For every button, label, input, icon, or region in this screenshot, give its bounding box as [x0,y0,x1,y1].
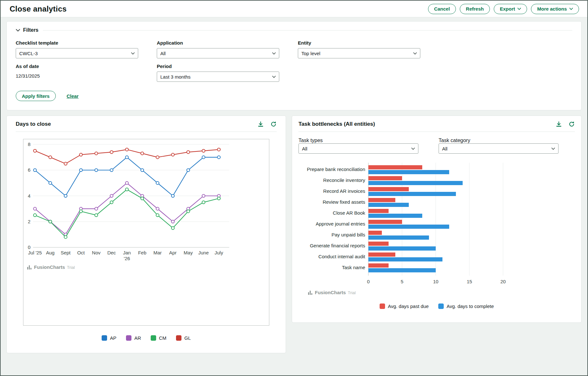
legend-swatch [102,335,107,341]
legend-label: AP [110,335,116,341]
legend-item[interactable]: AR [126,335,141,341]
legend-label: CM [159,335,166,341]
svg-text:'26: '26 [124,256,130,261]
svg-text:Jul '25: Jul '25 [28,250,42,255]
task-bottlenecks-filters: Task types All Task category All [298,138,575,154]
top-bar: Close analytics Cancel Refresh Export Mo… [1,1,587,17]
filters-panel: Filters Checklist template CWCL-3 Applic… [6,21,582,110]
legend-item[interactable]: Avg. days past due [380,303,429,309]
task-bottlenecks-chart-area: 05101520Prepare bank reconciliationRecon… [298,163,575,295]
topbar-actions: Cancel Refresh Export More actions [428,4,579,14]
chevron-down-icon [131,52,135,55]
cancel-button[interactable]: Cancel [428,4,456,14]
svg-text:Oct: Oct [77,250,85,255]
svg-text:15: 15 [467,279,472,284]
apply-filters-label: Apply filters [22,93,50,99]
svg-text:Nov: Nov [92,250,101,255]
clear-filters-link[interactable]: Clear [67,93,79,99]
fusioncharts-logo-icon [27,265,32,269]
entity-select[interactable]: Top level [298,48,420,58]
download-icon[interactable] [556,121,562,127]
checklist-template-field: Checklist template CWCL-3 [16,40,138,58]
select-value: CWCL-3 [19,51,38,56]
select-value: Last 3 months [160,74,190,80]
chevron-down-icon [551,148,555,150]
svg-text:Mar: Mar [153,250,162,255]
period-field: Period Last 3 months [157,64,279,82]
filters-actions: Apply filters Clear [16,91,572,101]
svg-text:4: 4 [28,193,30,199]
task-category-field: Task category All [439,138,559,154]
task-bottlenecks-chart: 05101520Prepare bank reconciliationRecon… [298,163,555,286]
legend-swatch [438,303,444,309]
as-of-date-field: As of date 12/31/2025 [16,64,138,82]
days-to-close-chart: 02468Jul '25AugSeptOctNovDecJan'26FebMar… [23,139,269,325]
download-icon[interactable] [257,121,264,127]
chevron-down-icon [411,148,415,150]
card-actions [257,121,277,127]
chevron-down-icon[interactable] [16,29,20,32]
legend-item[interactable]: CM [151,335,166,341]
watermark-trial: Trial [348,290,356,295]
legend-label: Avg. days to complete [447,303,494,309]
application-field: Application All [157,40,279,58]
chevron-down-icon [272,76,276,78]
refresh-button[interactable]: Refresh [460,4,490,14]
page-title: Close analytics [10,4,67,13]
svg-text:Conduct internal audit: Conduct internal audit [318,254,365,259]
legend-label: AR [134,335,141,341]
svg-text:Record AR invoices: Record AR invoices [323,188,365,194]
as-of-date-label: As of date [16,64,138,69]
period-select[interactable]: Last 3 months [157,72,279,82]
svg-text:Dec: Dec [107,250,116,255]
legend-item[interactable]: Avg. days to complete [438,303,494,309]
refresh-icon[interactable] [568,121,575,127]
task-category-select[interactable]: All [439,143,559,154]
refresh-icon[interactable] [270,121,277,127]
apply-filters-button[interactable]: Apply filters [16,91,56,101]
svg-text:Aug: Aug [46,250,55,255]
svg-text:6: 6 [28,167,30,173]
days-to-close-card: Days to close 02468Jul '25AugSeptOctNovD… [6,115,286,353]
svg-text:June: June [198,250,209,255]
task-types-select[interactable]: All [298,143,418,154]
svg-text:20: 20 [500,279,506,284]
filters-header: Filters [16,27,572,33]
svg-text:July: July [214,250,223,255]
more-actions-button[interactable]: More actions [531,4,579,14]
svg-text:Apr: Apr [169,250,177,255]
task-types-label: Task types [298,138,323,143]
legend-label: GL [184,335,191,341]
chevron-down-icon [517,8,521,10]
svg-text:May: May [184,250,193,255]
application-label: Application [157,40,279,46]
application-select[interactable]: All [157,48,279,58]
more-actions-button-label: More actions [537,6,567,12]
svg-text:8: 8 [28,141,30,147]
task-category-label: Task category [439,138,470,143]
legend-item[interactable]: AP [102,335,116,341]
entity-field: Entity Top level [298,40,420,58]
card-actions [556,121,575,127]
entity-label: Entity [298,40,420,46]
as-of-date-value: 12/31/2025 [16,72,138,79]
export-button[interactable]: Export [494,4,527,14]
legend-label: Avg. days past due [388,303,429,309]
svg-text:Jan: Jan [123,250,131,255]
svg-text:Pay unpaid bills: Pay unpaid bills [332,232,365,237]
svg-text:Review fixed assets: Review fixed assets [323,199,365,205]
chevron-down-icon [272,52,276,55]
watermark-trial: Trial [67,265,75,270]
days-to-close-header: Days to close [16,121,277,132]
svg-text:0: 0 [28,244,30,250]
days-to-close-title: Days to close [16,121,51,127]
task-bottlenecks-header: Task bottlenecks (All entities) [298,121,575,132]
checklist-template-label: Checklist template [16,40,138,46]
legend-swatch [380,303,385,309]
svg-text:0: 0 [367,279,370,284]
legend-item[interactable]: GL [176,335,191,341]
checklist-template-select[interactable]: CWCL-3 [16,48,138,58]
svg-text:10: 10 [433,279,439,284]
filters-grid: Checklist template CWCL-3 Application Al… [16,40,572,82]
task-bottlenecks-card: Task bottlenecks (All entities) Task typ… [292,115,582,323]
